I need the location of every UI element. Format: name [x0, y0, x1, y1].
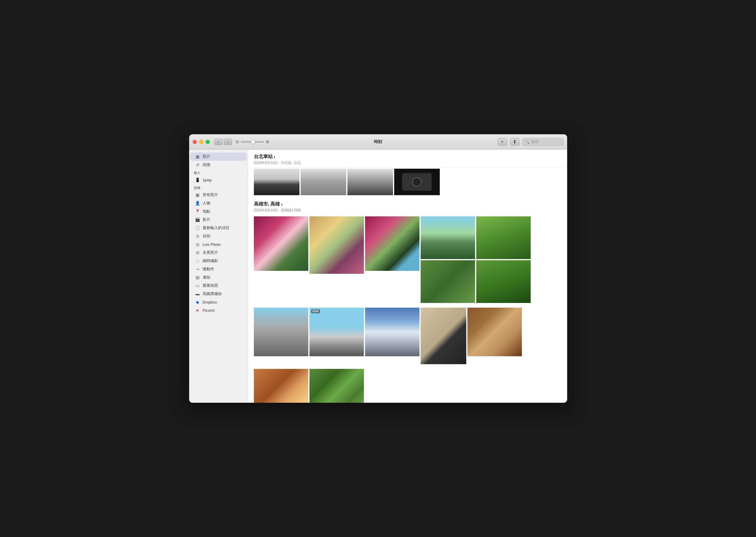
sidebar-item-people-label: 人物 [203, 200, 210, 206]
taipei-subtitle: 2016年9月16日 · 中正區, 台北 [254, 160, 561, 165]
photo-nature4[interactable] [476, 260, 531, 303]
kaohsiung-chevron: › [281, 202, 283, 207]
taipei-chevron: › [274, 154, 275, 160]
photo-sky[interactable] [365, 308, 420, 356]
search-placeholder: 搜尋 [531, 139, 539, 145]
sidebar-item-places[interactable]: 📍 地點 [190, 207, 246, 216]
sidebar-item-photos-label: 照片 [203, 154, 210, 159]
train-ticket-icon: ▬ [195, 291, 200, 297]
photo-flowers1[interactable] [254, 216, 308, 271]
taipei-photo-grid [248, 168, 567, 196]
kaohsiung-section-header: 高雄市, 高雄 › 2016年9月16日 · 澄湖路178巷 [248, 196, 567, 215]
sidebar-item-burst[interactable]: ▤ 連拍 [190, 273, 246, 281]
sidebar-item-1joey[interactable]: 📱 1joey [190, 176, 246, 184]
sidebar-item-timelapse-label: 縮時攝影 [203, 258, 218, 264]
picsart-icon: ★ [195, 308, 200, 313]
sidebar-item-memories[interactable]: ↺ 回憶 [190, 161, 246, 169]
photo-street[interactable] [254, 308, 308, 356]
live-photo-icon: ◎ [195, 242, 200, 247]
kaohsiung-subtitle: 2016年9月16日 · 澄湖路178巷 [254, 208, 561, 213]
main-window: ‹ › ⊟ ⊞ 時刻 + ⬆ 🔍 搜尋 ▦ 照片 [189, 134, 567, 403]
section-album-label: 相簿 [189, 184, 248, 191]
sidebar-item-memories-label: 回憶 [203, 162, 210, 168]
zoom-control: ⊟ ⊞ [236, 140, 269, 144]
sidebar-item-selfies[interactable]: ⊙ 自拍 [190, 232, 246, 240]
sidebar-item-slow-mo-label: 慢動作 [203, 267, 214, 272]
sidebar-item-timelapse[interactable]: ◌ 縮時攝影 [190, 257, 246, 265]
photo-top3[interactable] [347, 169, 393, 195]
kaohsiung-title: 高雄市, 高雄 › [254, 201, 561, 207]
maximize-button[interactable] [206, 140, 210, 144]
sidebar-item-train-ticket[interactable]: ▬ 高鐵票備份 [190, 290, 246, 298]
screenshot-icon: ▭ [195, 283, 200, 288]
photo-buildings[interactable]: HDR [310, 308, 364, 356]
main-content: 台北車站 › 2016年9月16日 · 中正區, 台北 [248, 149, 567, 403]
search-box[interactable]: 🔍 搜尋 [522, 138, 564, 146]
photo-flowers3[interactable] [365, 216, 420, 271]
sidebar-item-screenshot[interactable]: ▭ 螢幕快照 [190, 281, 246, 290]
sidebar-item-dropbox[interactable]: ◆ Dropbox [190, 298, 246, 306]
photo-clown1[interactable] [254, 369, 308, 403]
section-input-label: 輸入 [189, 169, 248, 176]
app-body: ▦ 照片 ↺ 回憶 輸入 📱 1joey 相簿 ▦ 所有照片 👤 人物 [189, 149, 567, 403]
back-button[interactable]: ‹ [214, 139, 223, 145]
forward-button[interactable]: › [224, 139, 232, 145]
kaohsiung-title-text: 高雄市, 高雄 [254, 201, 280, 207]
sidebar-item-people[interactable]: 👤 人物 [190, 199, 246, 207]
dropbox-icon: ◆ [195, 299, 200, 305]
pin-icon: 📍 [195, 209, 200, 214]
sidebar-item-picsart-label: PicsArt [203, 308, 215, 313]
sidebar-item-panorama[interactable]: ⊟ 全景照片 [190, 248, 246, 257]
nature-col [421, 216, 475, 303]
toolbar-right: + ⬆ 🔍 搜尋 [498, 138, 564, 146]
zoom-slider[interactable] [241, 141, 264, 143]
sidebar-item-recently-added[interactable]: 🕐 最新輸入的項目 [190, 224, 246, 232]
zoom-slider-thumb[interactable] [251, 140, 255, 144]
row1-photo-grid [248, 215, 567, 305]
sidebar-item-train-ticket-label: 高鐵票備份 [203, 291, 222, 297]
zoom-out-icon: ⊟ [236, 140, 239, 144]
burst-icon: ▤ [195, 275, 200, 280]
photo-watch[interactable] [421, 308, 466, 364]
sidebar-item-photos[interactable]: ▦ 照片 [190, 152, 246, 161]
grid-icon: ▦ [195, 154, 200, 159]
photo-nature1[interactable] [421, 216, 475, 259]
taipei-title-text: 台北車站 [254, 154, 273, 160]
photo-flowers2[interactable] [310, 216, 364, 274]
phone-icon: 📱 [195, 177, 200, 183]
hdr-badge: HDR [311, 310, 320, 313]
photo-nature2[interactable] [421, 260, 475, 303]
sidebar-item-burst-label: 連拍 [203, 275, 210, 280]
photo-top1[interactable] [254, 169, 299, 195]
photo-clown2[interactable] [310, 369, 364, 403]
titlebar: ‹ › ⊟ ⊞ 時刻 + ⬆ 🔍 搜尋 [189, 134, 567, 149]
photo-nature3[interactable] [476, 216, 531, 259]
close-button[interactable] [193, 140, 197, 144]
traffic-lights [193, 140, 210, 144]
minimize-button[interactable] [199, 140, 203, 144]
row3-photo-grid [248, 367, 567, 403]
sidebar-item-live-photo[interactable]: ◎ Live Photo [190, 240, 246, 248]
person-icon: 👤 [195, 200, 200, 206]
sidebar-item-places-label: 地點 [203, 209, 210, 214]
sidebar-item-slow-mo[interactable]: ⊸ 慢動作 [190, 265, 246, 273]
sidebar-item-live-photo-label: Live Photo [203, 242, 221, 247]
sidebar-item-picsart[interactable]: ★ PicsArt [190, 306, 246, 314]
slow-mo-icon: ⊸ [195, 267, 200, 272]
sidebar-item-panorama-label: 全景照片 [203, 250, 218, 255]
all-photos-icon: ▦ [195, 192, 200, 197]
add-button[interactable]: + [498, 138, 507, 146]
panorama-icon: ⊟ [195, 250, 200, 255]
sidebar-item-videos[interactable]: 🎬 影片 [190, 216, 246, 224]
sidebar-item-1joey-label: 1joey [203, 178, 212, 182]
photo-camera[interactable] [394, 169, 440, 195]
share-button[interactable]: ⬆ [510, 138, 519, 146]
sidebar-item-all-photos[interactable]: ▦ 所有照片 [190, 191, 246, 199]
photo-top2[interactable] [301, 169, 346, 195]
memories-icon: ↺ [195, 162, 200, 168]
sidebar-item-recently-added-label: 最新輸入的項目 [203, 225, 229, 230]
sidebar-item-screenshot-label: 螢幕快照 [203, 283, 218, 288]
sidebar: ▦ 照片 ↺ 回憶 輸入 📱 1joey 相簿 ▦ 所有照片 👤 人物 [189, 149, 248, 403]
row2-photo-grid: HDR [248, 306, 567, 366]
photo-figurines[interactable] [468, 308, 522, 356]
